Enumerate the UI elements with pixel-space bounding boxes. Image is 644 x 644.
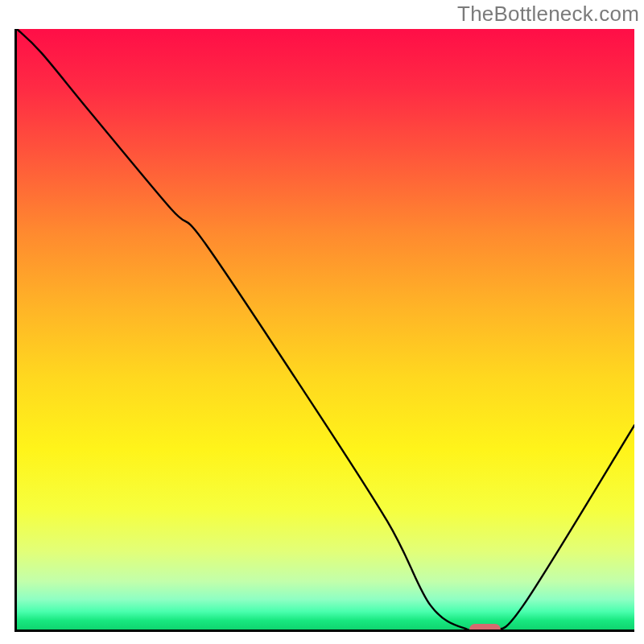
watermark-text: TheBottleneck.com xyxy=(457,2,639,27)
chart-frame: TheBottleneck.com xyxy=(0,0,644,644)
optimum-marker xyxy=(469,624,501,633)
plot-area xyxy=(14,29,634,632)
curve-line xyxy=(17,29,634,630)
